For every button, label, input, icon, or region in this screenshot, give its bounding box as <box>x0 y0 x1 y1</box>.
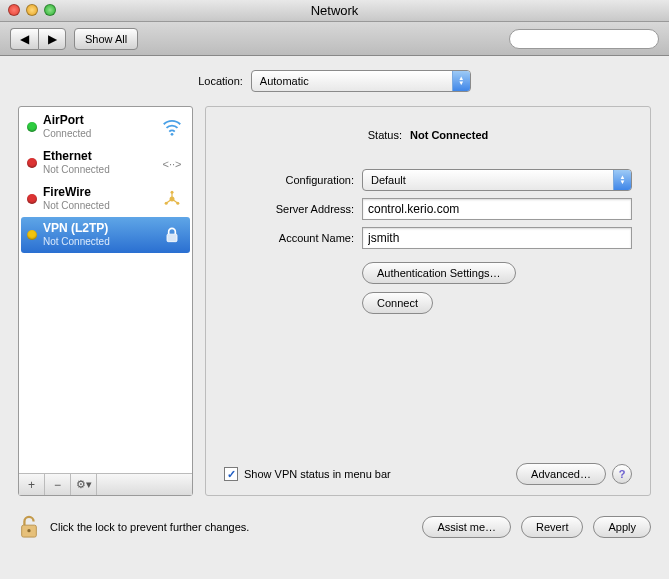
account-name-input[interactable] <box>362 227 632 249</box>
server-address-row: Server Address: <box>224 198 632 220</box>
lock-text: Click the lock to prevent further change… <box>50 521 249 533</box>
account-name-label: Account Name: <box>224 232 354 244</box>
sidebar-item-firewire[interactable]: FireWire Not Connected <box>21 181 190 217</box>
sidebar-item-sub: Not Connected <box>43 163 154 176</box>
minimize-window-button[interactable] <box>26 4 38 16</box>
services-list: AirPort Connected Ethernet Not Connected… <box>19 107 192 473</box>
status-value: Not Connected <box>410 129 488 141</box>
sidebar-item-label: VPN (L2TP) <box>43 222 154 235</box>
sidebar-item-sub: Connected <box>43 127 154 140</box>
status-dot <box>27 194 37 204</box>
back-button[interactable]: ◀ <box>10 28 38 50</box>
server-address-input[interactable] <box>362 198 632 220</box>
configuration-popup[interactable]: Default <box>362 169 632 191</box>
detail-bottom: ✓ Show VPN status in menu bar Advanced… … <box>224 463 632 485</box>
configuration-row: Configuration: Default <box>224 169 632 191</box>
svg-text:<··>: <··> <box>163 158 182 170</box>
zoom-window-button[interactable] <box>44 4 56 16</box>
show-all-button[interactable]: Show All <box>74 28 138 50</box>
status-dot <box>27 230 37 240</box>
footer: Click the lock to prevent further change… <box>0 508 669 550</box>
connect-button-row: Connect <box>362 292 632 314</box>
vpn-lock-icon <box>160 223 184 247</box>
content: Location: Automatic AirPort Connected <box>0 56 669 508</box>
status-label: Status: <box>368 129 402 141</box>
advanced-button[interactable]: Advanced… <box>516 463 606 485</box>
service-actions-button[interactable]: ⚙︎▾ <box>71 474 97 495</box>
window-controls <box>8 4 56 16</box>
sidebar-item-sub: Not Connected <box>43 235 154 248</box>
svg-rect-11 <box>167 234 177 242</box>
location-row: Location: Automatic <box>18 70 651 92</box>
sidebar-toolbar: + − ⚙︎▾ <box>19 473 192 495</box>
remove-service-button[interactable]: − <box>45 474 71 495</box>
sidebar-item-vpn[interactable]: VPN (L2TP) Not Connected <box>21 217 190 253</box>
help-button[interactable]: ? <box>612 464 632 484</box>
location-value: Automatic <box>260 75 309 87</box>
status-dot <box>27 122 37 132</box>
services-sidebar: AirPort Connected Ethernet Not Connected… <box>18 106 193 496</box>
assist-me-button[interactable]: Assist me… <box>422 516 511 538</box>
authentication-settings-button[interactable]: Authentication Settings… <box>362 262 516 284</box>
toolbar: ◀ ▶ Show All <box>0 22 669 56</box>
search-input[interactable] <box>509 29 659 49</box>
search-wrap <box>509 29 659 49</box>
lock-icon[interactable] <box>18 514 40 540</box>
location-popup[interactable]: Automatic <box>251 70 471 92</box>
forward-button[interactable]: ▶ <box>38 28 66 50</box>
panes: AirPort Connected Ethernet Not Connected… <box>18 106 651 496</box>
sidebar-item-airport[interactable]: AirPort Connected <box>21 109 190 145</box>
ethernet-icon: <··> <box>160 151 184 175</box>
location-label: Location: <box>198 75 243 87</box>
configuration-value: Default <box>371 174 406 186</box>
revert-button[interactable]: Revert <box>521 516 583 538</box>
apply-button[interactable]: Apply <box>593 516 651 538</box>
popup-arrows-icon <box>452 71 470 91</box>
popup-arrows-icon <box>613 170 631 190</box>
close-window-button[interactable] <box>8 4 20 16</box>
sidebar-item-label: FireWire <box>43 186 154 199</box>
nav-buttons: ◀ ▶ <box>10 28 66 50</box>
svg-point-13 <box>27 529 30 532</box>
sidebar-item-label: Ethernet <box>43 150 154 163</box>
detail-pane: Status: Not Connected Configuration: Def… <box>205 106 651 496</box>
firewire-icon <box>160 187 184 211</box>
svg-point-2 <box>171 133 174 136</box>
status-dot <box>27 158 37 168</box>
show-vpn-status-checkbox[interactable]: ✓ <box>224 467 238 481</box>
sidebar-item-sub: Not Connected <box>43 199 154 212</box>
sidebar-item-label: AirPort <box>43 114 154 127</box>
configuration-label: Configuration: <box>224 174 354 186</box>
gear-icon: ⚙︎▾ <box>76 478 92 491</box>
wifi-icon <box>160 115 184 139</box>
add-service-button[interactable]: + <box>19 474 45 495</box>
sidebar-item-ethernet[interactable]: Ethernet Not Connected <··> <box>21 145 190 181</box>
window-title: Network <box>311 3 359 18</box>
status-row: Status: Not Connected <box>224 129 632 141</box>
connect-button[interactable]: Connect <box>362 292 433 314</box>
account-name-row: Account Name: <box>224 227 632 249</box>
auth-button-row: Authentication Settings… <box>362 262 632 284</box>
server-address-label: Server Address: <box>224 203 354 215</box>
show-vpn-status-label: Show VPN status in menu bar <box>244 468 391 480</box>
titlebar: Network <box>0 0 669 22</box>
